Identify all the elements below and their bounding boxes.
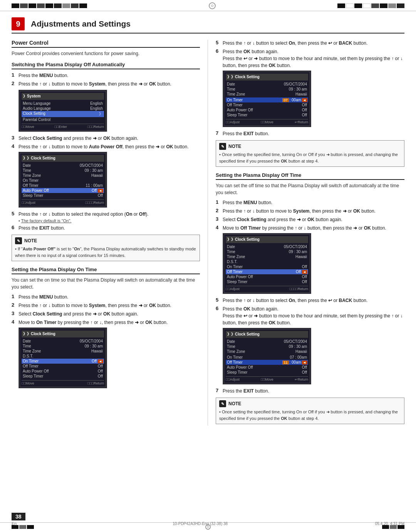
- page-number: 38: [12, 513, 25, 520]
- power-control-title: Power Control: [12, 40, 200, 48]
- footer-left: 38 En: [12, 513, 25, 526]
- on-step-7: 7 Press the EXIT button.: [216, 130, 404, 137]
- off-step-7: 7 Press the EXIT button.: [216, 388, 404, 394]
- chapter-title: Adjustments and Settings: [31, 19, 131, 29]
- on-step-6: 6 Press the OK button again.Press the ↩ …: [216, 48, 404, 69]
- clock-setting-on1-screenshot: 》》Clock Setting Date05/OCT/2004 Time09 :…: [18, 327, 107, 388]
- footer: 38 En 10-PDP42A3HD-Eng (32-38) 38 05.4.2…: [0, 513, 416, 526]
- top-bar-blocks-right: [337, 3, 404, 8]
- step-3-num: 3: [12, 135, 18, 142]
- note-on-text: • Once setting the specified time, turni…: [219, 151, 401, 164]
- clock-setting-off1-screenshot: 》》Clock Setting Date05/OCT/2004 Time09 :…: [223, 233, 311, 294]
- step-4-num: 4: [12, 143, 18, 150]
- right-column: 5 Press the ↑ or ↓ button to select On, …: [208, 40, 404, 426]
- step-3-text: Select Clock Setting and press the ➜ or …: [18, 135, 138, 142]
- top-bar: [0, 0, 416, 11]
- note-header: NOTE: [24, 238, 37, 243]
- off-step-1: 1 Press the MENU button.: [216, 199, 404, 206]
- clock-setting-auto-screenshot: 》》Clock Setting Date05/OCT/2004 Time09 :…: [18, 152, 107, 208]
- step-1-num: 1: [12, 72, 18, 79]
- note-off-header: NOTE: [228, 401, 241, 406]
- section-power-control: Power Control Power Control provides con…: [12, 40, 200, 57]
- off-step-5: 5 Press the ↑ or ↓ button to select On, …: [216, 297, 404, 304]
- on-step-4: 4 Move to On Timer by pressing the ↑ or …: [12, 319, 200, 326]
- footer-lang: En: [12, 521, 17, 526]
- on-time-intro: You can set the on time so that the Plas…: [12, 277, 200, 290]
- section-on-time: Setting the Plasma Display On Time You c…: [12, 267, 200, 388]
- note-switching-off: ✎ NOTE • If "Auto Power Off" is set to "…: [12, 235, 200, 261]
- on-step-3: 3 Select Clock Setting and press the ➜ o…: [12, 310, 200, 317]
- on-step-1: 1 Press the MENU button.: [12, 294, 200, 300]
- step-5-text: Press the ↑ or ↓ button to select the re…: [18, 211, 149, 218]
- chapter-header: 9 Adjustments and Settings: [12, 17, 404, 34]
- off-step-4: 4 Move to Off Timer by pressing the ↑ or…: [216, 225, 404, 232]
- step-1-text: Press the MENU button.: [18, 72, 68, 79]
- off-step-2: 2 Press the ↑ or ↓ button to move to Sys…: [216, 208, 404, 215]
- step-1: 1 Press the MENU button.: [12, 72, 200, 79]
- note-text: • If "Auto Power Off" is set to "On", th…: [15, 246, 196, 258]
- left-column: Power Control Power Control provides con…: [12, 40, 208, 426]
- off-time-title: Setting the Plasma Display Off Time: [216, 172, 404, 180]
- step-6-text: Press the EXIT button.: [18, 225, 65, 232]
- note-off-time: ✎ NOTE • Once setting the specified time…: [216, 398, 404, 424]
- note-on-time: ✎ NOTE • Once setting the specified time…: [216, 140, 404, 167]
- step-2-text: Press the ↑ or ↓ button to move to Syste…: [18, 81, 171, 87]
- off-time-intro: You can set the off time so that the Pla…: [216, 182, 404, 196]
- chapter-number: 9: [12, 17, 25, 30]
- clock-setting-off2-screenshot: 》》Clock Setting Date05/OCT/2004 Time09 :…: [223, 328, 311, 384]
- step-2: 2 Press the ↑ or ↓ button to move to Sys…: [12, 81, 200, 87]
- footer-right: 05.4.20, 4:31 PM: [375, 522, 404, 526]
- step-6: 6 Press the EXIT button.: [12, 225, 200, 232]
- step-5: 5 Press the ↑ or ↓ button to select the …: [12, 211, 200, 218]
- step-5-sub: • The factory default is "On".: [18, 218, 200, 223]
- step-5-num: 5: [12, 211, 18, 218]
- on-step-2: 2 Press the ↑ or ↓ button to move to Sys…: [12, 302, 200, 309]
- off-step-3: 3 Select Clock Setting and press the ➜ o…: [216, 216, 404, 223]
- on-time-right: 5 Press the ↑ or ↓ button to select On, …: [216, 40, 404, 167]
- step-2-num: 2: [12, 81, 18, 87]
- switching-off-title: Switching the Plasma Display Off Automat…: [12, 62, 200, 69]
- on-step-5: 5 Press the ↑ or ↓ button to select On, …: [216, 40, 404, 47]
- footer-center: 10-PDP42A3HD-Eng (32-38) 38: [173, 522, 228, 526]
- step-4: 4 Press the ↑ or ↓ button to move to Aut…: [12, 143, 200, 150]
- section-off-time: Setting the Plasma Display Off Time You …: [216, 172, 404, 424]
- step-6-num: 6: [12, 225, 18, 232]
- center-target: [209, 2, 216, 9]
- content-area: Power Control Power Control provides con…: [0, 37, 416, 449]
- step-3: 3 Select Clock Setting and press the ➜ o…: [12, 135, 200, 142]
- power-control-intro: Power Control provides convenient functi…: [12, 50, 200, 57]
- note-on-header: NOTE: [228, 144, 241, 149]
- note-off-text: • Once setting the specified time, turni…: [219, 409, 401, 421]
- system-menu-screenshot: 》System Menu LanguageEnglish Audio Langu…: [18, 90, 107, 132]
- section-switching-off: Switching the Plasma Display Off Automat…: [12, 62, 200, 261]
- on-time-title: Setting the Plasma Display On Time: [12, 267, 200, 274]
- top-bar-blocks-left: [12, 3, 87, 8]
- step-4-text: Press the ↑ or ↓ button to move to Auto …: [18, 143, 189, 150]
- clock-setting-on2-screenshot: 》》Clock Setting Date05/OCT/2004 Time09 :…: [223, 70, 311, 127]
- off-step-6: 6 Press the OK button again.Press the ↩ …: [216, 305, 404, 326]
